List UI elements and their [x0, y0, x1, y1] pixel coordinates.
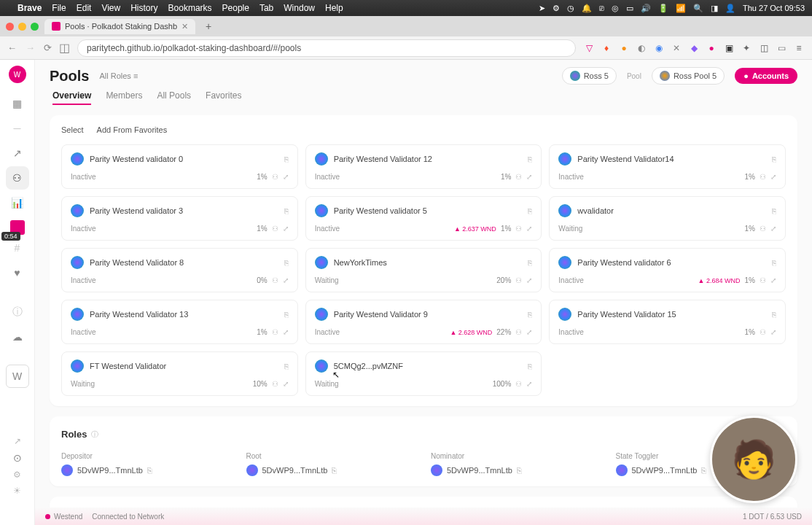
copy-icon[interactable]: ⎘: [772, 155, 776, 163]
validator-card[interactable]: Parity Westend validator 0⎘Inactive1%⚇⤢: [61, 144, 298, 189]
validator-card[interactable]: NewYorkTimes⎘Waiting20%⚇⤢: [305, 248, 542, 292]
menu-window[interactable]: Window: [284, 3, 315, 13]
validator-card[interactable]: Parity Westend Validator 9⎘Inactive▲ 2.6…: [305, 300, 542, 344]
wifi-icon[interactable]: 📶: [676, 4, 686, 13]
copy-icon[interactable]: ⎘: [528, 311, 532, 319]
menu-history[interactable]: History: [130, 3, 157, 13]
select-action[interactable]: Select: [61, 125, 84, 134]
validator-card[interactable]: Parity Westend validator 5⎘Inactive▲ 2.6…: [305, 196, 542, 241]
chart-icon[interactable]: ⤢: [526, 225, 532, 233]
copy-icon[interactable]: ⎘: [528, 362, 532, 370]
tab-all-pools[interactable]: All Pools: [157, 90, 191, 105]
copy-icon[interactable]: ⎘: [284, 207, 289, 215]
close-window[interactable]: [6, 23, 14, 31]
sidebar-line[interactable]: ─: [6, 117, 29, 140]
copy-icon[interactable]: ⎘: [528, 155, 532, 163]
copy-icon[interactable]: ⎘: [772, 259, 776, 267]
sidebar-overview[interactable]: ▦: [6, 92, 29, 115]
maximize-window[interactable]: [31, 23, 39, 31]
chart-icon[interactable]: ⤢: [283, 380, 289, 388]
polkadot-logo-icon[interactable]: W: [9, 66, 26, 83]
copy-icon[interactable]: ⎘: [772, 207, 776, 215]
copy-icon[interactable]: ⎘: [701, 466, 706, 475]
sidebar-pools[interactable]: ⚇: [6, 166, 29, 190]
menu-edit[interactable]: Edit: [77, 3, 92, 13]
validator-card[interactable]: Parity Westend Validator 8⎘Inactive0%⚇⤢: [61, 248, 298, 292]
chart-icon[interactable]: ⤢: [770, 276, 776, 284]
chart-icon[interactable]: ⤢: [283, 173, 289, 181]
menu-tab[interactable]: Tab: [259, 3, 273, 13]
sidebar-favorites[interactable]: ♥: [6, 261, 29, 284]
extensions-icon[interactable]: ✦: [741, 42, 752, 54]
copy-icon[interactable]: ⎘: [284, 155, 289, 163]
ext-3-icon[interactable]: ◉: [653, 42, 665, 54]
chart-icon[interactable]: ⤢: [283, 276, 289, 284]
browser-tab[interactable]: Pools · Polkadot Staking Dashb ✕: [44, 19, 195, 34]
notification-icon[interactable]: 🔔: [582, 4, 592, 13]
volume-icon[interactable]: 🔊: [641, 4, 651, 13]
video-avatar[interactable]: 🧑: [710, 416, 797, 503]
validator-card[interactable]: Parity Westend validator 3⎘Inactive1%⚇⤢: [61, 196, 298, 241]
chart-icon[interactable]: ⤢: [770, 225, 776, 233]
reload-button[interactable]: ⟳: [44, 42, 52, 53]
settings-icon[interactable]: ⚙: [553, 4, 560, 13]
sidebar-community[interactable]: ☁: [6, 325, 29, 349]
copy-icon[interactable]: ⎘: [528, 207, 532, 215]
display-icon[interactable]: ▭: [626, 4, 633, 13]
sidebar-wallet[interactable]: W: [6, 365, 29, 388]
sidebar-toggle-icon[interactable]: ◫: [59, 41, 70, 55]
accounts-button[interactable]: ● Accounts: [735, 68, 797, 84]
menu-view[interactable]: View: [101, 3, 120, 13]
circle-icon[interactable]: ◎: [612, 4, 619, 13]
account-chip-1[interactable]: Ross 5: [562, 67, 617, 85]
ext-7-icon[interactable]: ▣: [723, 42, 735, 54]
screen-icon[interactable]: ⎚: [599, 4, 604, 12]
add-favorites-action[interactable]: Add From Favorites: [97, 125, 168, 134]
validator-card[interactable]: FT Westend Validator⎘Waiting10%⚇⤢: [61, 351, 298, 396]
validator-card[interactable]: Parity Westend validator 6⎘Inactive▲ 2.6…: [549, 248, 786, 292]
menu-bookmarks[interactable]: Bookmarks: [168, 3, 212, 13]
theme-icon[interactable]: ☀: [13, 486, 21, 496]
address-bar[interactable]: paritytech.github.io/polkadot-staking-da…: [77, 39, 576, 57]
tab-favorites[interactable]: Favorites: [206, 90, 241, 105]
account-chip-2[interactable]: Ross Pool 5: [652, 67, 725, 85]
ext-2-icon[interactable]: ◐: [636, 42, 647, 54]
user-icon[interactable]: 👤: [725, 4, 735, 13]
close-tab-icon[interactable]: ✕: [181, 22, 188, 31]
sidebar-info[interactable]: ⓘ: [6, 300, 29, 324]
chart-icon[interactable]: ⤢: [770, 173, 776, 181]
forward-button[interactable]: →: [26, 42, 35, 53]
copy-icon[interactable]: ⎘: [332, 466, 337, 475]
copy-icon[interactable]: ⎘: [147, 466, 152, 475]
copy-icon[interactable]: ⎘: [528, 259, 532, 267]
validator-card[interactable]: Parity Westend Validator 13⎘Inactive1%⚇⤢: [61, 300, 298, 344]
profile-icon[interactable]: ▭: [776, 42, 787, 54]
shield-icon[interactable]: ▽: [583, 42, 595, 54]
copy-icon[interactable]: ⎘: [284, 362, 289, 370]
chart-icon[interactable]: ⤢: [526, 328, 532, 336]
expand-icon[interactable]: ↗: [14, 436, 21, 446]
ext-6-icon[interactable]: ●: [706, 42, 717, 54]
chart-icon[interactable]: ⤢: [770, 328, 776, 336]
minimize-window[interactable]: [18, 23, 26, 31]
battery-icon[interactable]: 🔋: [658, 4, 668, 13]
copy-icon[interactable]: ⎘: [772, 311, 776, 319]
app-name[interactable]: Brave: [17, 3, 42, 13]
validator-card[interactable]: Parity Westend Validator 12⎘Inactive1%⚇⤢: [305, 144, 542, 189]
clock-icon[interactable]: ◷: [567, 4, 574, 13]
back-button[interactable]: ←: [7, 42, 17, 53]
panel-icon[interactable]: ◫: [758, 42, 770, 54]
search-icon[interactable]: 🔍: [693, 4, 703, 13]
github-icon[interactable]: ⊙: [13, 452, 22, 464]
settings-icon[interactable]: ⚙: [13, 470, 21, 480]
chart-icon[interactable]: ⤢: [526, 173, 532, 181]
control-center-icon[interactable]: ◨: [711, 4, 718, 13]
menu-people[interactable]: People: [222, 3, 249, 13]
chart-icon[interactable]: ⤢: [283, 328, 289, 336]
chart-icon[interactable]: ⤢: [526, 380, 532, 388]
ext-5-icon[interactable]: ◆: [688, 42, 700, 54]
info-icon[interactable]: ⓘ: [91, 429, 98, 440]
copy-icon[interactable]: ⎘: [517, 466, 522, 475]
location-icon[interactable]: ➤: [539, 4, 545, 13]
ext-1-icon[interactable]: ●: [618, 42, 630, 54]
